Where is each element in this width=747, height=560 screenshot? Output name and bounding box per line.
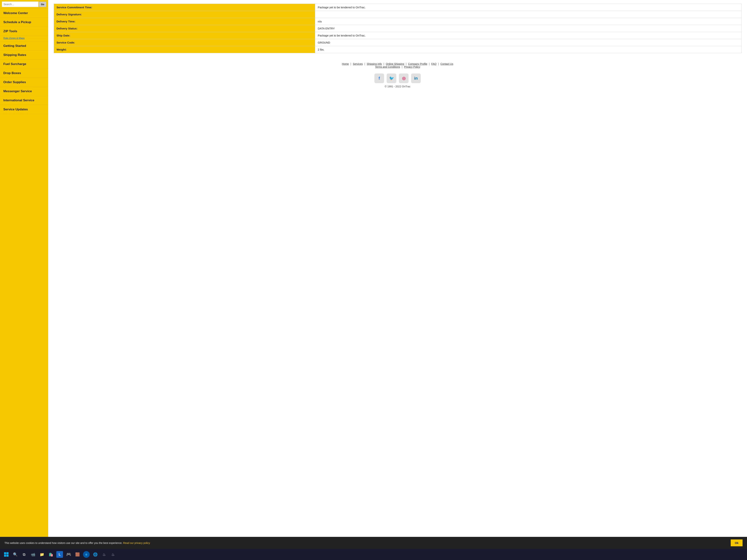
taskbar-steam1-button[interactable]: ♨ xyxy=(101,551,107,558)
tracking-label: Service Code: xyxy=(54,39,315,46)
tracking-table: Service Commitment Time:Package yet to b… xyxy=(54,4,742,53)
cookie-bar: This website uses cookies to understand … xyxy=(0,537,747,549)
sidebar-item-fuel-surcharge[interactable]: Fuel Surcharge xyxy=(0,60,48,69)
cookie-ok-button[interactable]: Ok xyxy=(731,539,743,546)
table-row: Service Commitment Time:Package yet to b… xyxy=(54,4,742,11)
sidebar-item-messenger-service[interactable]: Messenger Service xyxy=(0,87,48,96)
table-row: Delivery Signature: xyxy=(54,11,742,18)
steam1-icon: ♨ xyxy=(102,552,106,557)
copyright: © 1991 - 2022 OnTrac xyxy=(54,85,742,88)
tracking-label: Weight: xyxy=(54,46,315,53)
footer-link-company-profile[interactable]: Company Profile xyxy=(408,62,428,65)
cookie-text: This website uses cookies to understand … xyxy=(4,541,728,544)
steam2-icon: ♨ xyxy=(111,552,115,557)
footer-link-services[interactable]: Services xyxy=(353,62,363,65)
footer-link-privacy-policy[interactable]: Privacy Policy xyxy=(404,65,420,68)
sidebar-item-zip-tools[interactable]: ZIP Tools xyxy=(0,27,48,36)
taskbar-minecraft-button[interactable]: 🟫 xyxy=(74,551,81,558)
taskbar-explorer-button[interactable]: 📁 xyxy=(38,551,45,558)
table-row: Delivery Time:n/a xyxy=(54,18,742,25)
table-row: Weight:2 lbs. xyxy=(54,46,742,53)
footer-separator: | xyxy=(405,62,407,65)
footer-separator: | xyxy=(364,62,366,65)
footer-separator: | xyxy=(350,62,352,65)
sidebar-item-schedule-pickup[interactable]: Schedule a Pickup xyxy=(0,18,48,27)
taskbar-taskview-button[interactable]: ⧉ xyxy=(21,551,27,558)
footer-link-home[interactable]: Home xyxy=(342,62,349,65)
taskbar-steam2-button[interactable]: ♨ xyxy=(110,551,117,558)
page-wrapper: Go Welcome CenterSchedule a PickupZIP To… xyxy=(0,0,747,537)
sidebar-item-international-service[interactable]: International Service xyxy=(0,96,48,105)
tracking-value: n/a xyxy=(315,18,742,25)
footer-links-row: Home | Services | Shipping Info | Online… xyxy=(56,62,740,68)
store-icon: 🛍️ xyxy=(49,552,53,557)
tracking-value: Package yet to be tendered to OnTrac. xyxy=(315,32,742,39)
edge-icon: e xyxy=(85,553,87,557)
tracking-label: Delivery Status: xyxy=(54,25,315,32)
taskbar-search-button[interactable]: 🔍 xyxy=(12,551,19,558)
table-row: Service Code:GROUND xyxy=(54,39,742,46)
sidebar-subitem-zip-tools[interactable]: Rate Zones & Maps xyxy=(0,36,48,42)
tracking-label: Service Commitment Time: xyxy=(54,4,315,11)
taskbar-lapp-button[interactable]: L xyxy=(56,551,63,558)
sidebar-search-row: Go xyxy=(0,0,48,9)
search-icon: 🔍 xyxy=(13,552,18,557)
table-row: Ship Date:Package yet to be tendered to … xyxy=(54,32,742,39)
tracking-value: Package yet to be tendered to OnTrac. xyxy=(315,4,742,11)
privacy-policy-link[interactable]: Read our privacy policy xyxy=(123,541,150,544)
start-button[interactable] xyxy=(3,551,10,558)
footer-link-online-shipping[interactable]: Online Shipping xyxy=(386,62,404,65)
taskbar-store-button[interactable]: 🛍️ xyxy=(47,551,54,558)
footer-link-terms-and-conditions[interactable]: Terms and Conditions xyxy=(375,65,400,68)
taskview-icon: ⧉ xyxy=(23,553,25,557)
instagram-icon[interactable]: ◎ xyxy=(399,74,409,83)
sidebar-item-drop-boxes[interactable]: Drop Boxes xyxy=(0,69,48,78)
tracking-value xyxy=(315,11,742,18)
sidebar-items-container: Welcome CenterSchedule a PickupZIP Tools… xyxy=(0,9,48,114)
table-row: Delivery Status:DATA ENTRY xyxy=(54,25,742,32)
cookie-message: This website uses cookies to understand … xyxy=(4,541,122,544)
explorer-icon: 📁 xyxy=(40,552,44,557)
tracking-value: DATA ENTRY xyxy=(315,25,742,32)
search-input[interactable] xyxy=(2,1,38,7)
taskbar-teams-button[interactable]: 📹 xyxy=(30,551,36,558)
twitter-icon[interactable]: 🐦 xyxy=(387,74,396,83)
social-row: f🐦◎in xyxy=(54,74,742,83)
taskbar-edge-button[interactable]: e xyxy=(83,551,90,558)
footer-separator: | xyxy=(401,65,403,68)
tracking-value: GROUND xyxy=(315,39,742,46)
main-content: Service Commitment Time:Package yet to b… xyxy=(48,0,747,537)
footer-separator: | xyxy=(383,62,385,65)
teams-icon: 📹 xyxy=(31,552,35,557)
tracking-label: Ship Date: xyxy=(54,32,315,39)
search-go-button[interactable]: Go xyxy=(39,2,46,7)
windows-logo-icon xyxy=(4,552,8,557)
sidebar-item-shipping-rates[interactable]: Shipping Rates xyxy=(0,51,48,60)
sidebar-item-getting-started[interactable]: Getting Started xyxy=(0,42,48,51)
footer-link-contact-us[interactable]: Contact Us xyxy=(440,62,453,65)
tracking-value: 2 lbs. xyxy=(315,46,742,53)
tracking-label: Delivery Time: xyxy=(54,18,315,25)
footer-link-shipping-info[interactable]: Shipping Info xyxy=(367,62,382,65)
sidebar: Go Welcome CenterSchedule a PickupZIP To… xyxy=(0,0,48,537)
facebook-icon[interactable]: f xyxy=(375,74,384,83)
sidebar-item-order-supplies[interactable]: Order Supplies xyxy=(0,78,48,87)
sidebar-item-service-updates[interactable]: Service Updates xyxy=(0,105,48,114)
lapp-icon: L xyxy=(59,553,61,557)
linkedin-icon[interactable]: in xyxy=(411,74,421,83)
taskbar-chrome-button[interactable]: 🌐 xyxy=(92,551,99,558)
sidebar-item-welcome-center[interactable]: Welcome Center xyxy=(0,9,48,18)
xbox-icon: 🎮 xyxy=(66,552,71,557)
footer-separator: | xyxy=(437,62,439,65)
footer-separator: | xyxy=(428,62,430,65)
minecraft-icon: 🟫 xyxy=(75,552,80,557)
footer-nav: Home | Services | Shipping Info | Online… xyxy=(54,59,742,70)
footer-link-faq[interactable]: FAQ xyxy=(431,62,437,65)
tracking-label: Delivery Signature: xyxy=(54,11,315,18)
taskbar: 🔍 ⧉ 📹 📁 🛍️ L 🎮 🟫 e 🌐 ♨ ♨ xyxy=(0,549,747,560)
taskbar-xbox-button[interactable]: 🎮 xyxy=(65,551,72,558)
chrome-icon: 🌐 xyxy=(93,552,98,557)
